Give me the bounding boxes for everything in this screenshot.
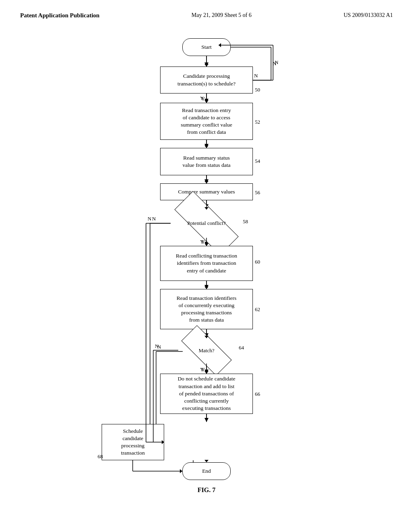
svg-text:N: N xyxy=(152,216,156,222)
box-68: Schedule candidate processing transactio… xyxy=(102,424,164,460)
svg-marker-1 xyxy=(204,62,209,66)
header-left: Patent Application Publication xyxy=(20,12,100,19)
box-60: Read conflicting transaction identifiers… xyxy=(160,246,253,281)
label-68: 68 xyxy=(98,453,103,460)
page-header: Patent Application Publication May 21, 2… xyxy=(0,0,413,23)
label-60: 60 xyxy=(255,259,260,265)
diamond-64: Match? xyxy=(178,337,235,364)
svg-text:Y: Y xyxy=(200,95,204,101)
label-56: 56 xyxy=(255,189,260,196)
svg-marker-8 xyxy=(204,179,209,183)
svg-text:Y: Y xyxy=(200,239,204,245)
svg-text:N: N xyxy=(273,60,277,66)
svg-text:Y: Y xyxy=(201,96,205,102)
svg-marker-15 xyxy=(204,285,209,289)
fig-caption: FIG. 7 xyxy=(162,486,251,494)
label-52: 52 xyxy=(255,119,260,125)
label-66: 66 xyxy=(255,391,260,397)
svg-text:Y: Y xyxy=(200,366,204,372)
svg-marker-22 xyxy=(204,418,209,422)
box-50: Candidate processing transaction(s) to s… xyxy=(160,66,253,94)
header-center: May 21, 2009 Sheet 5 of 6 xyxy=(192,12,252,19)
box-62: Read transaction identifiers of concurre… xyxy=(160,289,253,329)
header-right: US 2009/0133032 A1 xyxy=(344,12,393,19)
svg-text:N: N xyxy=(275,59,279,65)
box-66: Do not schedule candidate transaction an… xyxy=(160,374,253,414)
label-50: 50 xyxy=(255,87,260,93)
label-58: 58 xyxy=(243,218,248,225)
svg-text:N: N xyxy=(254,73,258,79)
diagram-area: Y Y Y xyxy=(0,23,413,503)
svg-marker-3 xyxy=(204,99,209,103)
diamond-58: Potential conflict? xyxy=(171,208,242,238)
svg-text:N: N xyxy=(155,343,159,349)
box-56: Compare summary values xyxy=(160,183,253,200)
box-52: Read transaction entry of candidate to a… xyxy=(160,103,253,140)
box-54: Read summary status value from status da… xyxy=(160,148,253,175)
label-62: 62 xyxy=(255,306,260,313)
svg-marker-6 xyxy=(204,144,209,148)
svg-marker-19 xyxy=(204,370,209,374)
label-54: 54 xyxy=(255,158,260,164)
svg-text:N: N xyxy=(157,344,161,350)
label-64: 64 xyxy=(239,345,244,351)
svg-text:N: N xyxy=(148,216,152,222)
start-node: Start xyxy=(182,38,231,56)
end-node: End xyxy=(182,462,231,480)
svg-text:Y: Y xyxy=(201,366,205,372)
flowchart: Y Y Y xyxy=(94,31,319,495)
